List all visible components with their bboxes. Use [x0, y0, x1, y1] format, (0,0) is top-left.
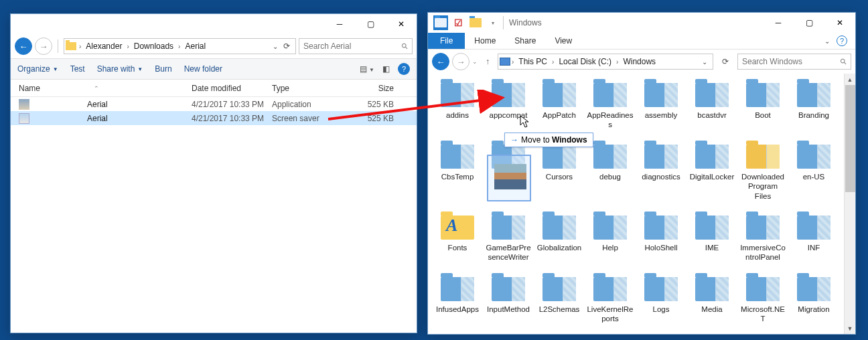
folder-item[interactable]: ImmersiveControlPanel	[737, 210, 788, 264]
recent-locations-button[interactable]: ⌄	[472, 58, 478, 65]
organize-menu[interactable]: Organize ▼	[17, 64, 58, 74]
minimize-button[interactable]: ─	[763, 13, 794, 33]
chevron-right-icon[interactable]: ›	[127, 43, 129, 50]
folder-item[interactable]: Branding	[788, 78, 839, 131]
tab-file[interactable]: File	[428, 33, 465, 49]
folder-item[interactable]: CbsTemp	[432, 139, 483, 202]
test-button[interactable]: Test	[70, 64, 85, 74]
refresh-button[interactable]: ⟳	[717, 54, 733, 70]
tab-home[interactable]: Home	[465, 33, 505, 49]
chevron-right-icon[interactable]: ›	[552, 58, 554, 66]
customize-qat[interactable]: ▾	[486, 15, 500, 30]
folder-item[interactable]: L2Schemas	[534, 272, 585, 325]
folder-item[interactable]: Globalization	[534, 210, 585, 264]
folder-item[interactable]: bcastdvr	[686, 78, 737, 131]
folder-icon	[695, 273, 729, 301]
file-type: Screen saver	[272, 114, 351, 123]
folder-item[interactable]: HoloShell	[636, 210, 686, 264]
crumb-part[interactable]: This PC	[515, 57, 551, 66]
tab-share[interactable]: Share	[505, 33, 545, 49]
ribbon-expand-icon[interactable]: ⌄	[824, 37, 830, 45]
tab-view[interactable]: View	[545, 33, 581, 49]
crumb-part[interactable]: Downloads	[131, 41, 177, 51]
new-folder-button[interactable]	[468, 15, 483, 30]
back-button[interactable]: ←	[432, 53, 449, 70]
chevron-down-icon[interactable]: ⌄	[273, 43, 278, 50]
properties-button[interactable]: ☑	[451, 15, 465, 30]
scroll-thumb[interactable]	[845, 85, 855, 192]
folder-icon	[797, 79, 830, 107]
share-menu[interactable]: Share with ▼	[97, 64, 143, 74]
maximize-button[interactable]: ▢	[794, 13, 824, 33]
scroll-down-button[interactable]: ▼	[845, 323, 855, 334]
minimize-button[interactable]: ─	[324, 14, 355, 34]
folder-item[interactable]: IME	[686, 210, 737, 264]
folder-item[interactable]: Help	[585, 210, 636, 264]
crumb-part[interactable]: Windows	[620, 57, 659, 66]
search-input[interactable]	[303, 41, 398, 51]
folder-item[interactable]: AppReadiness	[585, 78, 636, 131]
maximize-button[interactable]: ▢	[355, 14, 386, 34]
search-box[interactable]: ⚲	[299, 38, 413, 54]
file-row[interactable]: Aerial4/21/2017 10:33 PMApplication525 K…	[11, 97, 417, 111]
breadcrumb[interactable]: › Alexander › Downloads › Aerial ⌄ ⟳	[64, 38, 296, 54]
folder-item[interactable]: addins	[432, 78, 483, 131]
folder-item[interactable]: AppPatch	[534, 78, 585, 131]
view-menu[interactable]: ▤ ▼	[360, 64, 374, 74]
folder-item[interactable]: assembly	[636, 78, 686, 131]
chevron-right-icon[interactable]: ›	[178, 43, 180, 50]
folder-item[interactable]: Logs	[636, 272, 686, 325]
titlebar[interactable]: ─ ▢ ✕	[11, 14, 417, 34]
preview-pane-button[interactable]: ◧	[382, 64, 390, 74]
folder-item[interactable]: Downloaded Program Files	[737, 139, 788, 202]
close-button[interactable]: ✕	[824, 13, 855, 33]
help-button[interactable]: ?	[398, 63, 410, 75]
help-icon[interactable]: ?	[837, 35, 847, 46]
breadcrumb[interactable]: › This PC › Local Disk (C:) › Windows ⌄	[498, 54, 713, 70]
col-name[interactable]: Name	[19, 84, 40, 93]
close-button[interactable]: ✕	[386, 14, 417, 34]
col-type[interactable]: Type	[272, 84, 351, 93]
col-date-modified[interactable]: Date modified	[192, 84, 272, 93]
crumb-part[interactable]: Alexander	[82, 41, 125, 51]
new-folder-button[interactable]: New folder	[184, 64, 222, 74]
folder-item[interactable]: Fonts	[432, 210, 483, 264]
folder-item[interactable]: Cursors	[534, 139, 585, 202]
folder-item[interactable]: InfusedApps	[432, 272, 483, 325]
forward-button[interactable]: →	[452, 53, 469, 70]
forward-button[interactable]: →	[35, 37, 52, 55]
crumb-part[interactable]: Local Disk (C:)	[555, 57, 615, 66]
back-button[interactable]: ←	[15, 37, 32, 55]
file-date: 4/21/2017 10:33 PM	[192, 114, 272, 123]
folder-item[interactable]: GameBarPresenceWriter	[483, 210, 534, 264]
folder-icon	[797, 141, 830, 169]
folder-item[interactable]: en-US	[788, 139, 839, 202]
folder-item[interactable]: diagnostics	[636, 139, 686, 202]
folder-item[interactable]: INF	[788, 210, 839, 264]
refresh-icon[interactable]: ⟳	[283, 41, 290, 51]
col-size[interactable]: Size	[351, 84, 399, 93]
crumb-part[interactable]: Aerial	[182, 41, 209, 51]
chevron-right-icon[interactable]: ›	[79, 43, 81, 50]
scroll-up-button[interactable]: ▲	[845, 74, 855, 85]
scrollbar[interactable]: ▲ ▼	[844, 74, 855, 334]
search-box[interactable]: ⚲	[737, 54, 851, 70]
burn-button[interactable]: Burn	[155, 64, 171, 74]
folder-item[interactable]: Microsoft.NET	[737, 272, 788, 325]
folder-item[interactable]: Migration	[788, 272, 839, 325]
folder-item[interactable]: InputMethod	[483, 272, 534, 325]
titlebar[interactable]: ☑ ▾ Windows ─ ▢ ✕	[428, 13, 855, 33]
search-input[interactable]	[742, 57, 837, 66]
chevron-right-icon[interactable]: ›	[616, 58, 618, 66]
up-button[interactable]: ↑	[480, 54, 495, 69]
app-icon[interactable]	[433, 15, 448, 30]
chevron-down-icon[interactable]: ⌄	[702, 58, 707, 66]
folder-icon	[441, 273, 474, 301]
file-row[interactable]: Aerial4/21/2017 10:33 PMScreen saver525 …	[11, 111, 417, 125]
chevron-right-icon[interactable]: ›	[512, 58, 514, 66]
folder-item[interactable]: DigitalLocker	[686, 139, 737, 202]
folder-item[interactable]: Media	[686, 272, 737, 325]
folder-item[interactable]: Boot	[737, 78, 788, 131]
folder-item[interactable]: LiveKernelReports	[585, 272, 636, 325]
folder-item[interactable]: debug	[585, 139, 636, 202]
